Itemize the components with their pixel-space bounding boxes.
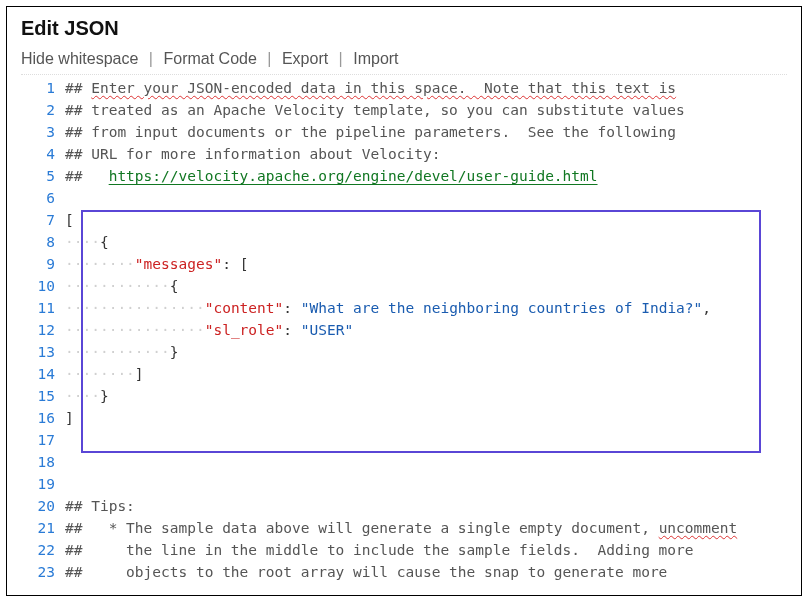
code-line[interactable]: [ [65, 209, 787, 231]
line-number: 18 [21, 451, 65, 473]
code-line[interactable]: ## objects to the root array will cause … [65, 561, 787, 583]
code-line[interactable]: ········] [65, 363, 787, 385]
code-line[interactable]: ····} [65, 385, 787, 407]
line-number: 9 [21, 253, 65, 275]
hide-whitespace-action[interactable]: Hide whitespace [21, 50, 138, 67]
panel-title: Edit JSON [21, 17, 787, 40]
line-number: 20 [21, 495, 65, 517]
line-number: 10 [21, 275, 65, 297]
line-number: 8 [21, 231, 65, 253]
code-line[interactable]: ## https://velocity.apache.org/engine/de… [65, 165, 787, 187]
velocity-doc-link[interactable]: https://velocity.apache.org/engine/devel… [109, 168, 598, 184]
editor-toolbar: Hide whitespace | Format Code | Export |… [21, 50, 787, 68]
code-line[interactable]: ············} [65, 341, 787, 363]
code-line[interactable]: ················"sl_role": "USER" [65, 319, 787, 341]
line-number: 22 [21, 539, 65, 561]
line-number: 13 [21, 341, 65, 363]
line-number: 21 [21, 517, 65, 539]
format-code-action[interactable]: Format Code [163, 50, 256, 67]
line-number: 1 [21, 77, 65, 99]
code-line[interactable]: ················"content": "What are the… [65, 297, 787, 319]
code-line[interactable]: ············{ [65, 275, 787, 297]
line-number: 23 [21, 561, 65, 583]
code-editor[interactable]: 1 ## Enter your JSON-encoded data in thi… [21, 74, 787, 583]
code-line[interactable]: ## Enter your JSON-encoded data in this … [65, 77, 787, 99]
line-number: 7 [21, 209, 65, 231]
code-line[interactable]: ## * The sample data above will generate… [65, 517, 787, 539]
toolbar-sep: | [339, 50, 343, 67]
code-line[interactable]: ## treated as an Apache Velocity templat… [65, 99, 787, 121]
line-number: 4 [21, 143, 65, 165]
line-number: 16 [21, 407, 65, 429]
code-line[interactable]: ] [65, 407, 787, 429]
line-number: 5 [21, 165, 65, 187]
toolbar-sep: | [267, 50, 271, 67]
code-line[interactable]: ## URL for more information about Veloci… [65, 143, 787, 165]
code-line[interactable]: ····{ [65, 231, 787, 253]
editor-panel: Edit JSON Hide whitespace | Format Code … [6, 6, 802, 596]
code-line[interactable]: ## Tips: [65, 495, 787, 517]
line-number: 2 [21, 99, 65, 121]
export-action[interactable]: Export [282, 50, 328, 67]
line-number: 17 [21, 429, 65, 451]
line-number: 19 [21, 473, 65, 495]
line-number: 6 [21, 187, 65, 209]
code-line[interactable]: ········"messages": [ [65, 253, 787, 275]
import-action[interactable]: Import [353, 50, 398, 67]
line-number: 12 [21, 319, 65, 341]
toolbar-sep: | [149, 50, 153, 67]
line-number: 3 [21, 121, 65, 143]
line-number: 14 [21, 363, 65, 385]
line-number: 15 [21, 385, 65, 407]
code-line[interactable]: ## the line in the middle to include the… [65, 539, 787, 561]
line-number: 11 [21, 297, 65, 319]
code-line[interactable]: ## from input documents or the pipeline … [65, 121, 787, 143]
